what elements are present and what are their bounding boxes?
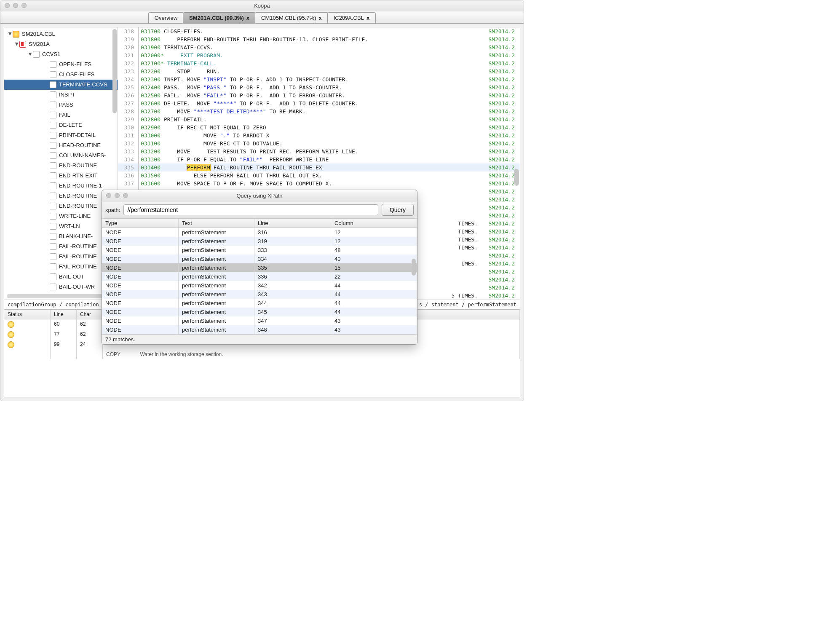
line-index: 331 — [118, 132, 138, 139]
results-row[interactable]: NODEperformStatement34544 — [102, 308, 417, 316]
tree-item-blank-line-[interactable]: ▶BLANK-LINE- — [4, 231, 118, 241]
sequence-number: 032200 — [139, 68, 164, 75]
code-line[interactable]: 332033100 MOVE REC-CT TO DOTVALUE.SM2014… — [118, 139, 520, 147]
tab-3[interactable]: IC209A.CBLx — [327, 12, 376, 23]
messages-col-char[interactable]: Char — [77, 310, 103, 319]
xpath-input[interactable] — [123, 204, 378, 215]
code-line[interactable]: 333033200 MOVE TEST-RESULTS TO PRINT-REC… — [118, 147, 520, 155]
file-icon — [50, 122, 56, 129]
code-line[interactable]: 331033000 MOVE "." TO PARDOT-XSM2014.2 — [118, 131, 520, 139]
results-status: 72 matches. — [102, 334, 417, 344]
area-tag: SM2014.2 — [481, 148, 520, 155]
tree-item-pass[interactable]: ▶PASS — [4, 100, 118, 110]
tree-item-open-files[interactable]: ▶OPEN-FILES — [4, 59, 118, 70]
file-icon — [50, 132, 56, 139]
tab-close-icon[interactable]: x — [246, 15, 249, 21]
code-line[interactable]: 324032300INSPT. MOVE "INSPT" TO P-OR-F. … — [118, 75, 520, 83]
code-line[interactable]: 318031700CLOSE-FILES.SM2014.2 — [118, 27, 520, 35]
code-line[interactable]: 320031900TERMINATE-CCVS.SM2014.2 — [118, 43, 520, 51]
file-icon — [50, 203, 56, 209]
messages-row[interactable]: COPY Water in the working storage sectio… — [4, 350, 520, 359]
code-line[interactable]: 335033400 PERFORM FAIL-ROUTINE THRU FAIL… — [118, 163, 520, 171]
tree-item-fail-routine[interactable]: ▶FAIL-ROUTINE — [4, 262, 118, 272]
tab-0[interactable]: Overview — [148, 12, 184, 23]
tree-item-write-line[interactable]: ▶WRITE-LINE — [4, 211, 118, 221]
tree-item-end-routine-1[interactable]: ▶END-ROUTINE-1 — [4, 181, 118, 191]
results-row[interactable]: NODEperformStatement34244 — [102, 281, 417, 290]
tree-item-end-routine[interactable]: ▶END-ROUTINE — [4, 191, 118, 201]
results-row[interactable]: NODEperformStatement31912 — [102, 237, 417, 246]
code-line[interactable]: 319031800 PERFORM END-ROUTINE THRU END-R… — [118, 35, 520, 43]
results-row[interactable]: NODEperformStatement34344 — [102, 290, 417, 299]
code-line[interactable]: 322032100*TERMINATE-CALL.SM2014.2 — [118, 59, 520, 67]
tree-item-fail-routine[interactable]: ▶FAIL-ROUTINE — [4, 252, 118, 262]
messages-col-status[interactable]: Status — [4, 310, 51, 319]
tree-item-close-files[interactable]: ▶CLOSE-FILES — [4, 70, 118, 80]
results-row[interactable]: NODEperformStatement34843 — [102, 325, 417, 334]
area-tag: SM2014.2 — [481, 28, 520, 35]
tree-item-label: SM201A — [29, 39, 50, 49]
results-row[interactable]: NODEperformStatement33622 — [102, 272, 417, 281]
results-col-type[interactable]: Type — [102, 219, 179, 228]
results-col-line[interactable]: Line — [254, 219, 331, 228]
tree-item-column-names-[interactable]: ▶COLUMN-NAMES- — [4, 150, 118, 161]
tree-program[interactable]: ▶SM201A — [4, 39, 118, 49]
tree-hscrollbar[interactable] — [7, 294, 115, 298]
tree-item-fail-routine[interactable]: ▶FAIL-ROUTINE — [4, 241, 118, 252]
results-row[interactable]: NODEperformStatement34444 — [102, 299, 417, 308]
tree-item-fail[interactable]: ▶FAIL — [4, 110, 118, 120]
tree-section[interactable]: ▶CCVS1 — [4, 49, 118, 59]
tree-item-label: END-ROUTINE — [59, 161, 97, 171]
code-line[interactable]: 327032600DE-LETE. MOVE "*****" TO P-OR-F… — [118, 99, 520, 107]
tree-item-de-lete[interactable]: ▶DE-LETE — [4, 120, 118, 130]
tree-item-inspt[interactable]: ▶INSPT — [4, 90, 118, 100]
result-type: NODE — [102, 281, 179, 290]
results-row[interactable]: NODEperformStatement34743 — [102, 316, 417, 325]
result-type: NODE — [102, 246, 179, 255]
code-line[interactable]: 328032700 MOVE "****TEST DELETED****" TO… — [118, 107, 520, 115]
results-row[interactable]: NODEperformStatement33440 — [102, 255, 417, 263]
tree-scrollbar[interactable] — [112, 29, 117, 113]
code-text: PERFORM END-ROUTINE THRU END-ROUTINE-13.… — [164, 36, 481, 43]
tree-item-head-routine[interactable]: ▶HEAD-ROUTINE — [4, 140, 118, 150]
tree-item-bail-out[interactable]: ▶BAIL-OUT — [4, 272, 118, 282]
tree-item-wrt-ln[interactable]: ▶WRT-LN — [4, 221, 118, 231]
code-line[interactable]: 330032900 IF REC-CT NOT EQUAL TO ZEROSM2… — [118, 123, 520, 131]
tab-close-icon[interactable]: x — [366, 15, 369, 21]
code-line[interactable]: 321032000* EXIT PROGRAM.SM2014.2 — [118, 51, 520, 59]
tree-item-end-rtn-exit[interactable]: ▶END-RTN-EXIT — [4, 171, 118, 181]
code-scrollbar[interactable] — [514, 169, 519, 186]
tree-item-bail-out-wr[interactable]: ▶BAIL-OUT-WR — [4, 282, 118, 292]
tab-2[interactable]: CM105M.CBL (95.7%)x — [255, 12, 328, 23]
prog-icon — [19, 41, 26, 48]
results-scrollbar[interactable] — [412, 259, 416, 276]
tab-1[interactable]: SM201A.CBL (99.3%)x — [183, 12, 256, 23]
tree-root[interactable]: ▶SM201A.CBL — [4, 29, 118, 39]
code-text: CLOSE-FILES. — [164, 28, 481, 35]
results-row[interactable]: NODEperformStatement33515 — [102, 263, 417, 272]
tree-item-terminate-ccvs[interactable]: ▶TERMINATE-CCVS — [4, 80, 118, 90]
tree-item-print-detail[interactable]: ▶PRINT-DETAIL — [4, 130, 118, 140]
code-line[interactable]: 329032800PRINT-DETAIL.SM2014.2 — [118, 115, 520, 123]
tree-item-label: PASS — [59, 100, 73, 110]
outline-tree[interactable]: ▶SM201A.CBL▶SM201A▶CCVS1▶OPEN-FILES▶CLOS… — [4, 27, 118, 294]
tab-close-icon[interactable]: x — [318, 15, 321, 21]
results-row[interactable]: NODEperformStatement31612 — [102, 228, 417, 237]
area-tag: SM2014.2 — [481, 156, 520, 163]
results-col-column[interactable]: Column — [331, 219, 417, 228]
disclosure-icon[interactable]: ▶ — [5, 32, 15, 37]
code-line[interactable]: 326032500FAIL. MOVE "FAIL*" TO P-OR-F. A… — [118, 91, 520, 99]
results-col-text[interactable]: Text — [179, 219, 254, 228]
code-line[interactable]: 325032400PASS. MOVE "PASS " TO P-OR-F. A… — [118, 83, 520, 91]
result-text: performStatement — [179, 290, 254, 299]
tree-item-end-routine[interactable]: ▶END-ROUTINE — [4, 201, 118, 211]
tree-item-end-routine[interactable]: ▶END-ROUTINE — [4, 161, 118, 171]
disclosure-icon[interactable]: ▶ — [25, 52, 35, 57]
query-button[interactable]: Query — [382, 204, 414, 216]
results-row[interactable]: NODEperformStatement33348 — [102, 246, 417, 255]
messages-col-line[interactable]: Line — [51, 310, 77, 319]
code-line[interactable]: 334033300 IF P-OR-F EQUAL TO "FAIL*" PER… — [118, 155, 520, 163]
code-line[interactable]: 337033600 MOVE SPACE TO P-OR-F. MOVE SPA… — [118, 180, 520, 188]
code-line[interactable]: 323032200 STOP RUN.SM2014.2 — [118, 67, 520, 75]
code-line[interactable]: 336033500 ELSE PERFORM BAIL-OUT THRU BAI… — [118, 171, 520, 180]
